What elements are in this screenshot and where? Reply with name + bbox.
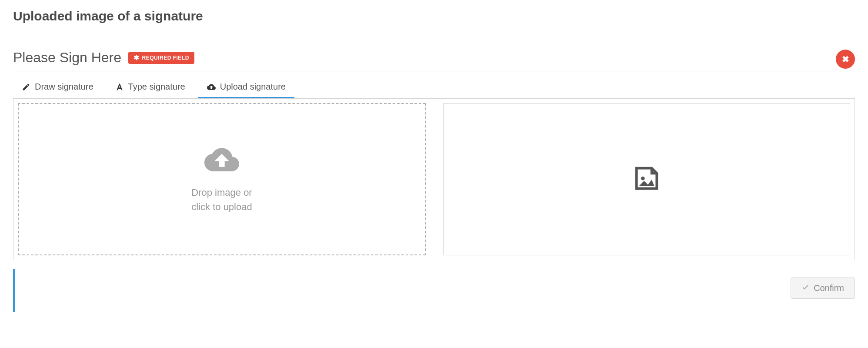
tab-type-signature[interactable]: Type signature xyxy=(107,77,194,98)
required-badge: ✱ REQUIRED FIELD xyxy=(128,52,194,64)
widget-header: Please Sign Here ✱ REQUIRED FIELD xyxy=(13,50,855,71)
font-icon xyxy=(115,83,124,91)
signature-preview-box xyxy=(443,103,850,255)
tabs: Draw signature Type signature Upload sig… xyxy=(13,77,855,98)
svg-point-0 xyxy=(641,177,645,181)
dropzone-text: Drop image or click to upload xyxy=(191,185,252,214)
image-placeholder-icon xyxy=(631,163,662,195)
widget-footer: Confirm xyxy=(13,269,855,312)
close-icon: ✖ xyxy=(842,54,849,64)
dropzone-line2: click to upload xyxy=(191,200,252,214)
check-icon xyxy=(801,283,809,293)
tab-draw-label: Draw signature xyxy=(35,82,93,92)
close-button[interactable]: ✖ xyxy=(836,50,855,69)
required-badge-label: REQUIRED FIELD xyxy=(142,55,189,61)
tab-upload-signature[interactable]: Upload signature xyxy=(198,77,294,98)
cloud-upload-large-icon xyxy=(204,144,239,177)
upload-dropzone[interactable]: Drop image or click to upload xyxy=(18,103,426,255)
cloud-upload-icon xyxy=(207,83,216,91)
upload-content-area: Drop image or click to upload xyxy=(13,98,855,260)
dropzone-line1: Drop image or xyxy=(191,185,252,200)
asterisk-icon: ✱ xyxy=(134,54,140,61)
tab-upload-label: Upload signature xyxy=(220,82,286,92)
tab-type-label: Type signature xyxy=(128,82,185,92)
tab-draw-signature[interactable]: Draw signature xyxy=(13,77,102,98)
widget-title: Please Sign Here xyxy=(13,50,121,66)
page-title: Uploaded image of a signature xyxy=(13,9,855,23)
signature-widget: ✖ Please Sign Here ✱ REQUIRED FIELD Draw… xyxy=(13,50,855,312)
confirm-button[interactable]: Confirm xyxy=(791,278,855,299)
pencil-icon xyxy=(22,83,30,91)
confirm-label: Confirm xyxy=(814,283,844,293)
